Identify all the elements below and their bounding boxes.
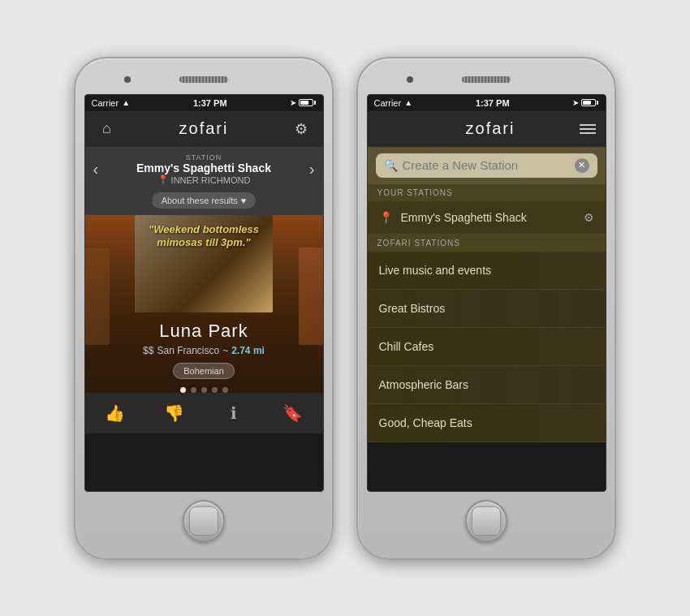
like-button[interactable]: 👍	[94, 403, 135, 423]
next-station-arrow[interactable]: ›	[309, 160, 315, 179]
bookmark-button[interactable]: 🔖	[273, 403, 313, 423]
station-label: STATION	[136, 153, 271, 162]
left-phone: Carrier ▲ 1:37 PM ➤ ⌂ zofari ⚙	[74, 57, 334, 560]
station-settings-icon[interactable]: ⚙	[584, 211, 594, 224]
zofari-station-name-0: Live music and events	[379, 264, 492, 277]
station-header: ‹ STATION Emmy's Spaghetti Shack 📍 INNER…	[85, 147, 323, 192]
carrier-left: Carrier	[92, 98, 119, 108]
dot-1[interactable]	[180, 387, 186, 393]
about-results-area: About these results ♥	[85, 192, 323, 215]
about-results-button[interactable]: About these results ♥	[152, 192, 257, 209]
nav-bar-right: zofari	[368, 111, 606, 147]
search-icon: 🔍	[384, 159, 398, 172]
side-image-left	[85, 248, 110, 345]
venue-name: Luna Park	[135, 321, 273, 342]
zofari-stations-header: ZOFARI STATIONS	[368, 235, 606, 252]
info-button[interactable]: ℹ	[213, 403, 254, 423]
dot-4[interactable]	[212, 387, 218, 393]
venue-city: San Francisco	[157, 345, 219, 356]
battery-left	[299, 99, 316, 106]
hamburger-menu-icon[interactable]	[580, 124, 596, 134]
search-bar[interactable]: 🔍 Create a New Station ✕	[376, 153, 597, 178]
station-location: 📍 INNER RICHMOND	[136, 174, 271, 185]
zofari-station-name-3: Atmospheric Bars	[379, 378, 468, 391]
your-stations-header: YOUR STATIONS	[368, 184, 606, 201]
phone-top-left	[84, 68, 324, 91]
side-image-right	[299, 248, 323, 345]
venue-image: "Weekend bottomless mimosas till 3pm."	[135, 215, 273, 312]
location-arrow-icon-left: ➤	[290, 98, 296, 107]
speaker-right	[462, 76, 511, 83]
time-right: 1:37 PM	[476, 98, 510, 108]
venue-quote: "Weekend bottomless mimosas till 3pm."	[141, 223, 266, 251]
venue-tag: Bohemian	[173, 363, 235, 379]
venue-price: $$	[143, 345, 153, 356]
venue-distance: 2.74 mi	[231, 345, 265, 356]
zofari-station-3[interactable]: Atmospheric Bars	[368, 366, 606, 404]
home-area-left	[183, 500, 225, 542]
pin-icon-list: 📍	[379, 211, 393, 224]
zofari-station-4[interactable]: Good, Cheap Eats	[368, 404, 606, 442]
your-station-name: Emmy's Spaghetti Shack	[401, 211, 527, 224]
station-name: Emmy's Spaghetti Shack	[136, 162, 271, 174]
heart-icon: ♥	[241, 196, 247, 205]
dislike-button[interactable]: 👎	[153, 403, 194, 423]
wifi-icon-left: ▲	[122, 98, 130, 107]
status-bar-right: Carrier ▲ 1:37 PM ➤	[368, 95, 606, 111]
station-info: STATION Emmy's Spaghetti Shack 📍 INNER R…	[136, 153, 271, 185]
search-clear-button[interactable]: ✕	[575, 158, 589, 173]
dot-2[interactable]	[191, 387, 196, 393]
settings-icon[interactable]: ⚙	[289, 120, 313, 138]
page-dots	[180, 387, 228, 393]
zofari-station-name-1: Great Bistros	[379, 302, 446, 315]
location-arrow-icon-right: ➤	[572, 98, 579, 107]
home-icon[interactable]: ⌂	[95, 120, 119, 137]
bottom-toolbar: 👍 👎 ℹ 🔖	[85, 393, 323, 433]
zofari-station-name-4: Good, Cheap Eats	[379, 416, 472, 429]
nav-bar-left: ⌂ zofari ⚙	[85, 111, 323, 147]
dot-5[interactable]	[222, 387, 228, 393]
camera-left	[124, 76, 131, 83]
zofari-station-2[interactable]: Chill Cafes	[368, 328, 606, 366]
camera-right	[407, 76, 413, 83]
wifi-icon-right: ▲	[404, 98, 412, 107]
time-left: 1:37 PM	[193, 98, 227, 108]
station-list-screen: 🔍 Create a New Station ✕ YOUR STATIONS 📍…	[368, 147, 606, 492]
dot-3[interactable]	[201, 387, 207, 393]
app-title-right: zofari	[466, 119, 515, 138]
zofari-station-0[interactable]: Live music and events	[368, 252, 606, 290]
zofari-station-1[interactable]: Great Bistros	[368, 290, 606, 328]
right-phone: Carrier ▲ 1:37 PM ➤ zofari	[356, 57, 616, 560]
home-area-right	[465, 500, 507, 542]
your-station-item[interactable]: 📍 Emmy's Spaghetti Shack ⚙	[368, 201, 606, 235]
venue-info: $$ San Francisco ~ 2.74 mi	[135, 345, 273, 356]
venue-card: "Weekend bottomless mimosas till 3pm." L…	[127, 215, 281, 377]
search-input[interactable]: Create a New Station	[403, 158, 570, 172]
carrier-right: Carrier	[374, 98, 402, 108]
home-button-right[interactable]	[465, 500, 507, 542]
prev-station-arrow[interactable]: ‹	[93, 160, 99, 179]
left-screen: Carrier ▲ 1:37 PM ➤ ⌂ zofari ⚙	[84, 94, 324, 492]
pin-icon-station: 📍	[157, 174, 169, 185]
status-bar-left: Carrier ▲ 1:37 PM ➤	[85, 95, 323, 111]
zofari-station-name-2: Chill Cafes	[379, 340, 434, 353]
phone-top-right	[366, 68, 606, 91]
app-title-left: zofari	[179, 119, 229, 138]
speaker-left	[179, 76, 228, 83]
battery-right	[581, 99, 598, 106]
venue-content-area: "Weekend bottomless mimosas till 3pm." L…	[85, 215, 323, 393]
search-container: 🔍 Create a New Station ✕	[368, 147, 606, 184]
right-screen: Carrier ▲ 1:37 PM ➤ zofari	[367, 94, 606, 492]
home-button-left[interactable]	[183, 500, 225, 542]
